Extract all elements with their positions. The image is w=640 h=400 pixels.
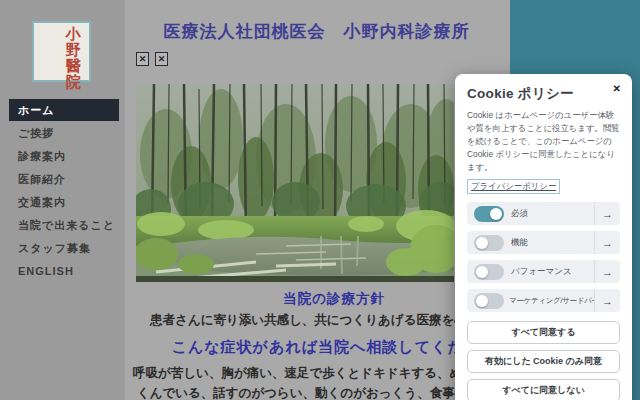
- chevron-right-icon[interactable]: →: [594, 260, 620, 283]
- sidebar-item-recruit[interactable]: スタッフ募集: [0, 237, 125, 260]
- chevron-right-icon[interactable]: →: [594, 289, 620, 312]
- toggle-row-performance: パフォーマンス →: [467, 260, 620, 283]
- broken-images-row: ✕ ✕: [136, 52, 168, 66]
- broken-image-icon: ✕: [155, 52, 168, 66]
- cookie-dialog-title: Cookie ポリシー: [467, 85, 620, 103]
- close-icon[interactable]: ✕: [611, 81, 623, 96]
- browser-viewport: ··········· 小野醫院 ··· ··· ホーム ご挨拶 診療案内 医師…: [0, 0, 640, 400]
- toggle-required[interactable]: [474, 206, 504, 222]
- toggle-marketing[interactable]: [474, 293, 504, 309]
- sidebar-item-greeting[interactable]: ご挨拶: [0, 122, 125, 145]
- toggle-label: パフォーマンス: [511, 266, 594, 278]
- toggle-functional[interactable]: [474, 235, 504, 251]
- page-title: 医療法人社団桃医会 小野内科診療所: [125, 20, 508, 43]
- toggle-label: 機能: [511, 237, 594, 249]
- sidebar-item-doctor-intro[interactable]: 医師紹介: [0, 168, 125, 191]
- sidebar-item-medical-info[interactable]: 診療案内: [0, 145, 125, 168]
- toggle-label: マーケティング/サードパーティ: [509, 296, 594, 306]
- seal-characters: 小野醫院: [38, 26, 85, 90]
- chevron-right-icon[interactable]: →: [594, 231, 620, 254]
- cookie-button-group: すべて同意する 有効にした Cookie のみ同意 すべてに同意しない: [467, 321, 620, 400]
- sidebar-nav: ホーム ご挨拶 診療案内 医師紹介 交通案内 当院で出来ること スタッフ募集 E…: [0, 99, 125, 283]
- toggle-row-required: 必須 →: [467, 202, 620, 225]
- cookie-consent-dialog: ✕ Cookie ポリシー Cookie はホームページのユーザー体験や質を向上…: [455, 74, 632, 400]
- sidebar-item-access[interactable]: 交通案内: [0, 191, 125, 214]
- chevron-right-icon[interactable]: →: [594, 202, 620, 225]
- hero-forest-photo: [136, 84, 454, 282]
- toggle-label: 必須: [511, 208, 594, 220]
- cookie-toggle-list: 必須 → 機能 → パフォーマンス → マーケティング/サードパーティ →: [467, 202, 620, 312]
- toggle-row-functional: 機能 →: [467, 231, 620, 254]
- sidebar-item-english[interactable]: ENGLISH: [0, 260, 125, 283]
- toggle-knob: [476, 266, 488, 278]
- sidebar: ··········· 小野醫院 ··· ··· ホーム ご挨拶 診療案内 医師…: [0, 0, 125, 400]
- accept-enabled-button[interactable]: 有効にした Cookie のみ同意: [467, 350, 620, 373]
- clinic-seal-logo[interactable]: ··········· 小野醫院 ··· ···: [32, 21, 91, 82]
- cookie-dialog-body: Cookie はホームページのユーザー体験や質を向上することに役立ちます。閲覧を…: [467, 109, 620, 174]
- toggle-row-marketing: マーケティング/サードパーティ →: [467, 289, 620, 312]
- toggle-knob: [490, 208, 502, 220]
- privacy-policy-link[interactable]: プライバシーポリシー: [467, 179, 560, 194]
- reject-all-button[interactable]: すべてに同意しない: [467, 379, 620, 400]
- sidebar-item-services[interactable]: 当院で出来ること: [0, 214, 125, 237]
- broken-image-icon: ✕: [136, 52, 149, 66]
- toggle-knob: [476, 237, 488, 249]
- toggle-performance[interactable]: [474, 264, 504, 280]
- accept-all-button[interactable]: すべて同意する: [467, 321, 620, 344]
- toggle-knob: [476, 295, 488, 307]
- sidebar-item-home[interactable]: ホーム: [9, 99, 119, 121]
